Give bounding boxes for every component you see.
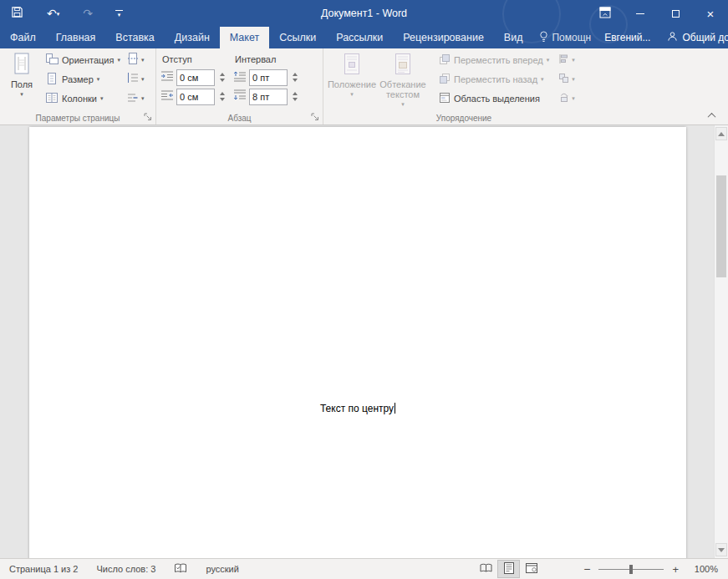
spinner-down-icon[interactable] [220,98,225,101]
line-numbers-button[interactable]: ▾ [125,69,146,89]
print-layout-icon [504,562,514,576]
spinner-down-icon[interactable] [220,79,225,82]
document-page[interactable]: Текст по центру [29,127,686,558]
account-label: Евгений... [604,32,650,43]
group-label-paragraph: Абзац [156,114,323,123]
spinner-up-icon[interactable] [293,73,298,76]
undo-dropdown-arrow-icon[interactable]: ▾ [57,11,60,17]
margins-icon [11,53,33,78]
columns-button[interactable]: Колонки ▾ [43,89,123,108]
read-mode-view-button[interactable] [475,560,497,578]
collapse-ribbon-button[interactable] [703,109,720,121]
hyphenation-button[interactable]: ▾ [125,89,146,108]
zoom-slider[interactable] [598,569,664,570]
zoom-level[interactable]: 100% [685,564,728,574]
paragraph-dialog-launcher-button[interactable] [310,112,320,122]
chevron-down-icon: ▾ [20,91,23,97]
scrollbar-thumb[interactable] [716,175,726,277]
undo-button[interactable]: ↶ ▾ [41,2,65,25]
indent-left-spinner [217,73,227,82]
ribbon-group-paragraph: Отступ [156,48,323,124]
breaks-button[interactable]: ▾ [125,50,146,69]
page-setup-dialog-launcher-button[interactable] [143,112,153,122]
document-area: Текст по центру [0,125,728,558]
account-button[interactable]: Евгений... [598,27,657,48]
proofing-status[interactable] [165,563,196,576]
group-objects-button: ▾ [557,69,577,89]
tab-references[interactable]: Ссылки [269,27,326,48]
position-button: Положение ▾ [328,50,376,111]
tab-layout[interactable]: Макет [220,27,269,48]
tab-insert[interactable]: Вставка [105,27,164,48]
spacing-before-input[interactable] [249,69,288,86]
ribbon-display-options-button[interactable] [588,0,623,27]
web-layout-icon [526,563,537,575]
maximize-button[interactable] [658,0,693,27]
group-label-arrange: Упорядочение [323,114,604,123]
spinner-up-icon[interactable] [220,73,225,76]
selection-pane-label: Область выделения [454,94,540,104]
chevron-up-icon [707,112,715,120]
tab-review[interactable]: Рецензирование [393,27,494,48]
share-button[interactable]: Общий доступ [657,27,728,48]
scroll-up-button[interactable] [715,127,727,140]
zoom-out-button[interactable]: − [578,562,596,576]
orientation-button[interactable]: Ориентация ▾ [43,50,123,69]
margins-button[interactable]: Поля ▾ [4,50,39,111]
page-size-icon [45,72,59,87]
orientation-label: Ориентация [62,55,114,65]
print-layout-view-button[interactable] [497,560,520,578]
tab-home[interactable]: Главная [46,27,106,48]
page-indicator[interactable]: Страница 1 из 2 [0,564,87,574]
spinner-up-icon[interactable] [293,92,298,95]
minimize-button[interactable] [623,0,658,27]
chevron-down-icon: ▾ [141,76,145,82]
size-label: Размер [62,74,94,84]
undo-icon: ↶ [47,7,57,20]
spinner-down-icon[interactable] [293,79,298,82]
columns-icon [45,91,59,106]
word-count[interactable]: Число слов: 3 [87,564,165,574]
tab-mailings[interactable]: Рассылки [326,27,393,48]
tab-view[interactable]: Вид [494,27,533,48]
selection-pane-button[interactable]: Область выделения [436,89,552,108]
redo-button: ↷ [77,2,99,25]
chevron-down-icon: ▾ [401,101,405,107]
spacing-after-input[interactable] [249,89,288,105]
chevron-down-icon: ▾ [97,76,100,82]
plus-icon: + [672,563,679,576]
page-indicator-label: Страница 1 из 2 [9,564,78,574]
indent-left-input[interactable] [176,69,215,86]
spinner-up-icon[interactable] [220,92,225,95]
language-indicator[interactable]: русский [196,564,247,574]
ribbon-group-arrange: Положение ▾ Обтекание текстом ▾ Пер [323,48,604,124]
wrap-text-button: Обтекание текстом ▾ [376,50,430,111]
maximize-icon [672,10,680,18]
language-label: русский [206,564,238,574]
vertical-scrollbar[interactable] [714,125,728,558]
selection-pane-icon [439,92,451,105]
word-count-label: Число слов: 3 [96,564,155,574]
spacing-section-label: Интервал [233,50,299,68]
zoom-in-button[interactable]: + [666,563,685,576]
customize-quick-access-button[interactable]: ▾ [110,10,128,18]
scroll-down-icon [718,548,725,552]
tab-design[interactable]: Дизайн [165,27,220,48]
chevron-down-icon: ▾ [572,95,575,101]
columns-label: Колонки [62,94,97,104]
send-backward-icon [439,73,451,86]
indent-right-spinner [217,92,227,101]
spacing-after-icon [233,89,247,104]
close-button[interactable]: × [693,0,728,27]
indent-right-input[interactable] [176,89,215,105]
spinner-down-icon[interactable] [293,98,298,101]
titlebar: ↶ ▾ ↷ ▾ Документ1 - Word × [0,0,728,27]
save-button[interactable] [5,2,29,25]
web-layout-view-button[interactable] [520,560,542,578]
size-button[interactable]: Размер ▾ [43,69,123,89]
zoom-slider-thumb[interactable] [629,565,633,574]
group-label-page-setup: Параметры страницы [0,114,155,123]
tab-file[interactable]: Файл [0,27,46,48]
tell-me-assistant-button[interactable]: Помощн [532,27,598,48]
scroll-down-button[interactable] [715,543,727,556]
